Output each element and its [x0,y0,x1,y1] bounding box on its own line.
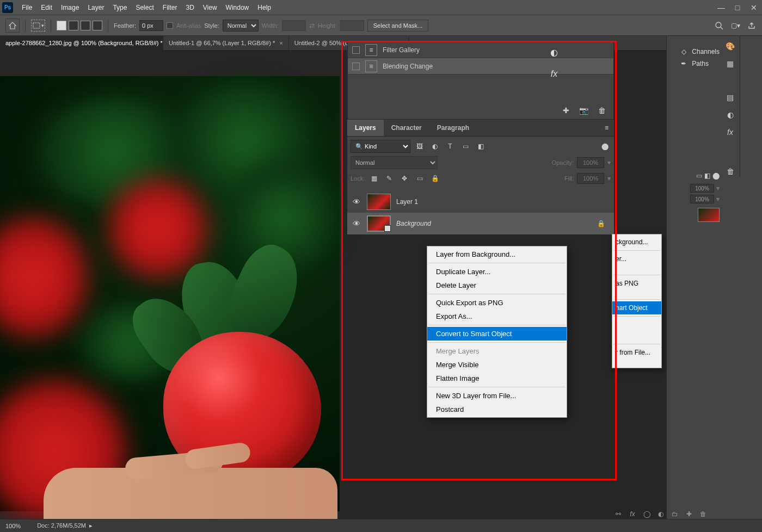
swatches-icon[interactable]: ▦ [724,58,736,70]
workspace-icon[interactable]: ▢▾ [730,21,740,30]
fill-value[interactable]: 100% [577,173,604,184]
history-item[interactable]: ≡ Blending Change [348,58,613,75]
menu-type[interactable]: Type [108,0,131,15]
chevron-right-icon[interactable]: ▸ [89,522,93,529]
new-selection-icon[interactable] [57,21,66,30]
filter-shape-icon[interactable]: ▭ [459,140,471,152]
lock-brush-icon[interactable]: ✎ [383,172,395,184]
filter-image-icon[interactable]: 🖼 [414,140,426,152]
menu-view[interactable]: View [199,0,222,15]
menu-help[interactable]: Help [253,0,275,15]
cmi-partial[interactable]: ckground... [612,236,661,249]
new-snapshot-icon[interactable]: ✚ [563,106,569,115]
cmi-quick-export-png[interactable]: Quick Export as PNG [427,296,567,310]
adjustments-icon[interactable]: ◐ [724,109,736,121]
trash-icon[interactable]: 🗑 [598,106,606,115]
layer-thumbnail[interactable] [367,215,391,232]
layer-name[interactable]: Layer 1 [396,198,418,206]
layer-thumbnail[interactable] [367,194,391,210]
adjustment-layer-icon[interactable]: ◐ [656,510,665,518]
opacity-value[interactable]: 100% [577,157,604,168]
mini-icon[interactable]: ⬤ [712,172,720,180]
cmi-delete-layer[interactable]: Delete Layer [427,279,567,292]
camera-icon[interactable]: 📷 [579,106,588,115]
menu-layer[interactable]: Layer [83,0,108,15]
mini-fill[interactable]: 100% [690,195,714,203]
styles-icon[interactable]: fx [724,126,736,138]
cmi-postcard[interactable]: Postcard [427,403,567,416]
doc-tab-2[interactable]: Untitled-1 @ 66,7% (Layer 1, RGB/8#) * × [163,36,289,50]
share-icon[interactable] [747,21,757,30]
mini-icon[interactable]: ◧ [704,172,710,180]
new-layer-icon[interactable]: ✚ [685,510,693,518]
cmi-merge-visible[interactable]: Merge Visible [427,358,567,372]
tab-character[interactable]: Character [384,120,429,136]
menu-filter[interactable]: Filter [158,0,182,15]
cmi-flatten-image[interactable]: Flatten Image [427,372,567,385]
checkbox-icon[interactable] [352,63,360,70]
new-group-icon[interactable]: 🗀 [671,510,679,518]
filter-type-icon[interactable]: T [444,140,456,152]
layer-name[interactable]: Background [396,220,431,227]
delete-layer-icon[interactable]: 🗑 [699,510,708,518]
close-button[interactable]: ✕ [746,0,762,15]
cmi-duplicate-layer[interactable]: Duplicate Layer... [427,265,567,279]
layer-mask-icon[interactable]: ◯ [642,510,651,518]
cmi-partial[interactable]: r from File... [612,346,661,359]
visibility-icon[interactable]: 👁 [352,197,361,206]
adjustments-icon[interactable]: ◐ [548,46,560,58]
panel-menu-icon[interactable]: ≡ [599,120,614,136]
cmi-export-as[interactable]: Export As... [427,310,567,323]
link-layers-icon[interactable]: ⚯ [614,510,623,518]
cmi-partial[interactable]: er... [612,252,661,265]
cmi-partial[interactable]: nart Object [612,301,661,314]
lock-all-icon[interactable]: 🔒 [429,172,441,184]
menu-window[interactable]: Window [222,0,254,15]
layer-fx-icon[interactable]: fx [628,510,637,518]
filter-toggle-icon[interactable]: ⬤ [599,140,611,152]
menu-image[interactable]: Image [57,0,83,15]
menu-select[interactable]: Select [131,0,158,15]
close-icon[interactable]: × [279,40,282,46]
mini-opacity[interactable]: 100% [690,184,714,193]
cmi-convert-smart-object[interactable]: Convert to Smart Object [427,327,567,341]
cmi-partial[interactable]: as PNG [612,277,661,290]
tab-layers[interactable]: Layers [347,120,384,136]
menu-edit[interactable]: Edit [36,0,57,15]
filter-smart-icon[interactable]: ◧ [475,140,487,152]
subtract-selection-icon[interactable] [81,21,90,30]
blend-mode-select[interactable]: Normal [351,156,438,169]
tab-paragraph[interactable]: Paragraph [429,120,477,136]
select-and-mask-button[interactable]: Select and Mask... [367,20,429,32]
mini-icon[interactable]: ▭ [696,172,702,180]
layer-item[interactable]: 👁 Layer 1 [347,191,614,213]
channels-tab[interactable]: ◇ Channels [679,47,720,57]
style-select[interactable]: Normal [223,20,259,32]
zoom-level[interactable]: 100% [5,523,21,529]
color-icon[interactable]: 🎨 [724,40,736,52]
home-button[interactable] [5,18,20,33]
layer-filter-kind[interactable]: 🔍 Kind [351,140,410,153]
mini-thumbnail[interactable] [698,208,720,222]
cmi-layer-from-background[interactable]: Layer from Background... [427,248,567,261]
menu-3d[interactable]: 3D [181,0,198,15]
search-icon[interactable] [714,21,724,30]
marquee-tool-icon[interactable]: ▾ [31,20,45,32]
properties-icon[interactable]: ▤ [724,91,736,103]
doc-size-info[interactable]: Doc: 2,76M/5,52M [37,522,86,529]
add-selection-icon[interactable] [69,21,78,30]
cmi-new-3d-layer[interactable]: New 3D Layer from File... [427,389,567,403]
lock-icon[interactable]: 🔒 [597,220,605,227]
lock-pixels-icon[interactable]: ▦ [368,172,380,184]
feather-input[interactable] [139,20,163,31]
styles-icon[interactable]: fx [548,68,560,80]
history-item[interactable]: ≡ Filter Gallery [348,42,613,58]
lock-move-icon[interactable]: ✥ [398,172,410,184]
filter-adjust-icon[interactable]: ◐ [429,140,441,152]
maximize-button[interactable]: □ [729,0,746,15]
layer-item-background[interactable]: 👁 Background 🔒 [347,213,614,234]
menu-file[interactable]: File [17,0,36,15]
paths-tab[interactable]: ✒ Paths [679,59,720,69]
intersect-selection-icon[interactable] [93,21,102,30]
checkbox-icon[interactable] [352,46,360,54]
